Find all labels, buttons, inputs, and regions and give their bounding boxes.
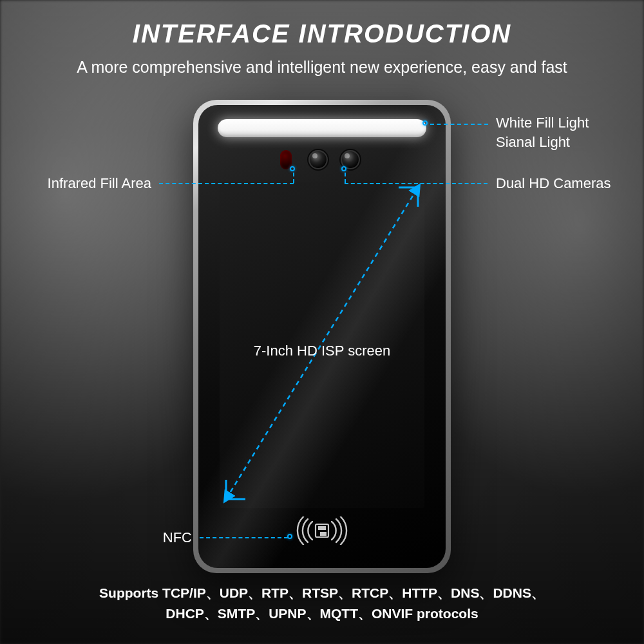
- callout-dot-ir: [290, 166, 295, 171]
- callout-dot-camera: [341, 166, 346, 171]
- page-title: INTERFACE INTRODUCTION: [0, 19, 644, 48]
- callout-label-ir: Infrared Fill Area: [48, 174, 151, 193]
- footer-line: DHCP、SMTP、UPNP、MQTT、ONVIF protocols: [52, 603, 592, 624]
- callout-line-ir-h: [159, 183, 294, 184]
- callout-dot-fill-light: [422, 120, 428, 126]
- nfc-icon: [294, 516, 350, 547]
- callout-label-screen: 7-Inch HD ISP screen: [219, 343, 425, 359]
- callout-dot-nfc: [287, 534, 292, 539]
- camera-left: [308, 150, 328, 169]
- callout-line-fill-light: [430, 124, 488, 125]
- footer-text: Supports TCP/IP、UDP、RTP、RTSP、RTCP、HTTP、D…: [0, 583, 644, 623]
- footer-line: Supports TCP/IP、UDP、RTP、RTSP、RTCP、HTTP、D…: [52, 583, 592, 603]
- device-bezel: [198, 105, 446, 568]
- callout-label-cameras: Dual HD Cameras: [496, 174, 611, 193]
- callout-text: White Fill Light: [496, 113, 589, 133]
- callout-line-ir-v: [293, 173, 294, 183]
- callout-label-nfc: NFC: [163, 528, 192, 547]
- callout-line-camera-h: [345, 183, 488, 184]
- device-frame: [193, 100, 451, 573]
- fill-light-bar: [218, 119, 426, 137]
- svg-rect-1: [318, 526, 326, 530]
- callout-line-nfc: [200, 537, 288, 538]
- callout-text: Sianal Light: [496, 133, 589, 152]
- callout-line-camera-v: [345, 173, 346, 183]
- page-subtitle: A more comprehensive and intelligent new…: [0, 58, 644, 77]
- callout-label-fill-light: White Fill Light Sianal Light: [496, 113, 589, 151]
- sensor-row: [198, 150, 446, 169]
- svg-rect-2: [320, 532, 327, 536]
